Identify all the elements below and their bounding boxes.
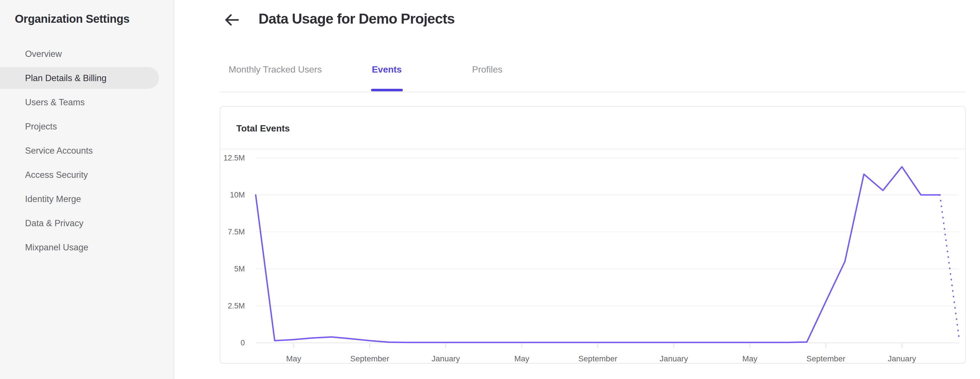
svg-text:September: September (578, 354, 617, 363)
sidebar-item-label: Mixpanel Usage (25, 241, 88, 254)
svg-text:0: 0 (240, 339, 245, 347)
sidebar-item-label: Identity Merge (25, 193, 81, 205)
sidebar-item-service-accounts[interactable]: Service Accounts (0, 139, 174, 163)
svg-text:May: May (514, 354, 529, 363)
svg-text:January: January (660, 354, 688, 363)
card-title: Total Events (236, 122, 290, 135)
x-axis-ticks (294, 343, 902, 348)
tab-events[interactable]: Events (372, 63, 402, 76)
svg-text:September: September (350, 354, 389, 363)
card-header: Total Events (220, 107, 965, 149)
svg-text:January: January (888, 354, 916, 363)
total-events-card: Total Events 12.5M10M7.5M5M2.5M0MaySepte… (220, 106, 966, 364)
sidebar-item-overview[interactable]: Overview (0, 42, 174, 66)
total-events-chart: 12.5M10M7.5M5M2.5M0MaySeptemberJanuaryMa… (220, 150, 965, 363)
svg-text:2.5M: 2.5M (228, 301, 245, 310)
svg-text:5M: 5M (234, 265, 245, 273)
sidebar-item-identity-merge[interactable]: Identity Merge (0, 187, 174, 211)
active-tab-underline (371, 89, 403, 91)
tab-monthly-tracked-users[interactable]: Monthly Tracked Users (229, 63, 322, 76)
page: { "sidebar": { "title": "Organization Se… (0, 0, 980, 379)
page-title: Data Usage for Demo Projects (259, 10, 455, 27)
sidebar-item-access-security[interactable]: Access Security (0, 163, 174, 187)
svg-text:May: May (286, 354, 301, 363)
sidebar-item-plan-details-billing[interactable]: Plan Details & Billing (0, 66, 174, 90)
sidebar-item-label: Service Accounts (25, 145, 93, 157)
y-axis-labels: 12.5M10M7.5M5M2.5M0 (223, 154, 245, 347)
sidebar-item-users-teams[interactable]: Users & Teams (0, 90, 174, 114)
svg-text:January: January (432, 354, 460, 363)
sidebar-item-mixpanel-usage[interactable]: Mixpanel Usage (0, 235, 174, 260)
sidebar-item-label: Overview (25, 48, 62, 60)
events-line-actual (256, 167, 940, 342)
sidebar-item-label: Projects (25, 121, 57, 133)
tab-profiles[interactable]: Profiles (472, 63, 503, 76)
sidebar-item-label: Data & Privacy (25, 217, 83, 229)
sidebar-title: Organization Settings (15, 11, 130, 27)
sidebar-item-projects[interactable]: Projects (0, 114, 174, 139)
left-arrow-icon (223, 12, 241, 28)
sidebar-item-label: Users & Teams (25, 97, 85, 108)
tabs-divider (220, 92, 966, 92)
chart-gridlines (256, 158, 959, 343)
back-button[interactable] (223, 11, 241, 29)
x-axis-labels: MaySeptemberJanuaryMaySeptemberJanuaryMa… (286, 354, 916, 363)
svg-text:September: September (806, 354, 845, 363)
events-line-projected (940, 195, 959, 337)
organization-settings-sidebar: Organization Settings OverviewPlan Detai… (0, 0, 174, 379)
sidebar-item-data-privacy[interactable]: Data & Privacy (0, 211, 174, 235)
sidebar-item-label: Access Security (25, 169, 88, 181)
svg-text:May: May (742, 354, 757, 363)
svg-text:12.5M: 12.5M (223, 154, 245, 162)
sidebar-item-label: Plan Details & Billing (25, 72, 107, 84)
svg-text:7.5M: 7.5M (228, 228, 245, 236)
sidebar-menu: OverviewPlan Details & BillingUsers & Te… (0, 42, 174, 260)
svg-text:10M: 10M (230, 190, 245, 199)
